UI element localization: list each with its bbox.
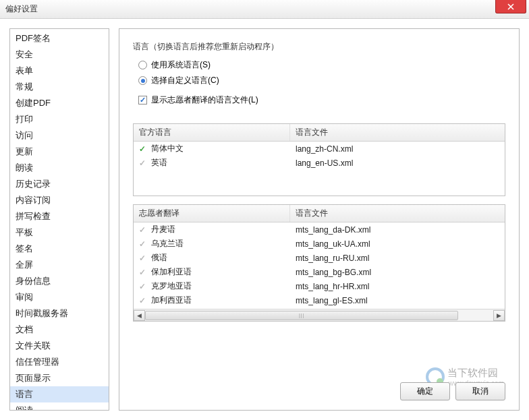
dialog-footer: 确定 取消 [400, 382, 505, 400]
cancel-button[interactable]: 取消 [455, 382, 505, 400]
sidebar-item[interactable]: 更新 [10, 144, 109, 160]
sidebar-item[interactable]: 表单 [10, 63, 109, 79]
language-file: mts_lang_gl-ES.xml [290, 294, 505, 307]
title-bar: 偏好设置 [0, 0, 529, 19]
sidebar-item[interactable]: 语言 [10, 386, 109, 402]
language-name: 保加利亚语 [151, 266, 192, 278]
table-row[interactable]: ✓乌克兰语mts_lang_uk-UA.xml [134, 237, 505, 251]
language-name: 加利西亚语 [151, 295, 192, 306]
checkmark-icon: ✓ [139, 225, 148, 235]
scroll-left-button[interactable]: ◀ [134, 310, 145, 321]
checkmark-icon: ✓ [139, 253, 148, 263]
table-row[interactable]: ✓俄语mts_lang_ru-RU.xml [134, 251, 505, 265]
radio-label: 使用系统语言(S) [151, 59, 211, 71]
official-language-table: 官方语言 语言文件 ✓简体中文lang_zh-CN.xml✓英语lang_en-… [133, 123, 505, 196]
sidebar-item[interactable]: PDF签名 [10, 30, 109, 47]
language-file: mts_lang_hr-HR.xml [290, 280, 505, 293]
sidebar-item[interactable]: 页面显示 [10, 370, 109, 386]
ok-button[interactable]: 确定 [400, 382, 450, 400]
language-name: 乌克兰语 [151, 238, 184, 249]
checkmark-icon: ✓ [139, 158, 148, 168]
language-name: 简体中文 [151, 143, 184, 154]
sidebar-item[interactable]: 文件关联 [10, 338, 109, 354]
sidebar-item[interactable]: 平板 [10, 224, 109, 241]
language-name: 英语 [151, 157, 167, 169]
sidebar-item[interactable]: 信任管理器 [10, 354, 109, 370]
table-row[interactable]: ✓保加利亚语mts_lang_bg-BG.xml [134, 265, 505, 279]
language-name: 俄语 [151, 252, 167, 264]
close-button[interactable] [495, 0, 526, 13]
sidebar-item[interactable]: 内容订阅 [10, 192, 109, 208]
checkmark-icon: ✓ [139, 296, 148, 305]
table-body[interactable]: ✓简体中文lang_zh-CN.xml✓英语lang_en-US.xml [134, 142, 505, 196]
sidebar-item[interactable]: 全屏 [10, 257, 109, 273]
close-icon [507, 3, 514, 10]
checkmark-icon: ✓ [139, 282, 148, 291]
watermark-text: 当下软件园 [447, 367, 504, 380]
checkmark-icon: ✓ [139, 144, 148, 154]
table-row[interactable]: ✓克罗地亚语mts_lang_hr-HR.xml [134, 279, 505, 293]
scroll-right-button[interactable]: ▶ [493, 310, 505, 321]
sidebar-item[interactable]: 文档 [10, 322, 109, 338]
volunteer-language-table: 志愿者翻译 语言文件 ✓丹麦语mts_lang_da-DK.xml✓乌克兰语mt… [133, 204, 505, 322]
table-row[interactable]: ✓加利西亚语mts_lang_gl-ES.xml [134, 293, 505, 307]
column-header-language[interactable]: 志愿者翻译 [134, 205, 290, 222]
radio-label: 选择自定义语言(C) [151, 75, 219, 86]
sidebar-item[interactable]: 创建PDF [10, 95, 109, 111]
checkmark-icon: ✓ [139, 268, 148, 277]
language-file: mts_lang_da-DK.xml [290, 223, 505, 236]
category-sidebar[interactable]: PDF签名安全表单常规创建PDF打印访问更新朗读历史记录内容订阅拼写检查平板签名… [9, 28, 109, 411]
radio-system-language[interactable]: 使用系统语言(S) [133, 59, 505, 71]
language-file: mts_lang_uk-UA.xml [290, 237, 505, 250]
content-area: PDF签名安全表单常规创建PDF打印访问更新朗读历史记录内容订阅拼写检查平板签名… [0, 19, 529, 420]
language-name: 丹麦语 [151, 224, 175, 235]
column-header-language[interactable]: 官方语言 [134, 124, 290, 141]
table-row[interactable]: ✓丹麦语mts_lang_da-DK.xml [134, 222, 505, 237]
radio-icon [138, 61, 147, 69]
table-header: 官方语言 语言文件 [134, 124, 505, 142]
sidebar-item[interactable]: 朗读 [10, 160, 109, 176]
column-header-file[interactable]: 语言文件 [290, 205, 505, 222]
sidebar-item[interactable]: 常规 [10, 79, 109, 95]
radio-custom-language[interactable]: 选择自定义语言(C) [133, 75, 505, 86]
column-header-file[interactable]: 语言文件 [290, 124, 505, 141]
sidebar-item[interactable]: 访问 [10, 127, 109, 144]
sidebar-item[interactable]: 时间戳服务器 [10, 305, 109, 322]
sidebar-item[interactable]: 打印 [10, 111, 109, 127]
sidebar-item[interactable]: 安全 [10, 47, 109, 63]
language-file: mts_lang_bg-BG.xml [290, 266, 505, 278]
checkbox-icon [138, 96, 147, 104]
settings-panel: 语言（切换语言后推荐您重新启动程序） 使用系统语言(S) 选择自定义语言(C) … [119, 28, 520, 411]
scroll-thumb[interactable] [145, 311, 458, 320]
language-name: 克罗地亚语 [151, 280, 192, 292]
sidebar-item[interactable]: 审阅 [10, 289, 109, 305]
checkmark-icon: ✓ [139, 239, 148, 249]
horizontal-scrollbar[interactable]: ◀ ▶ [134, 309, 505, 321]
sidebar-item[interactable]: 历史记录 [10, 176, 109, 192]
window-title: 偏好设置 [5, 3, 38, 15]
checkbox-show-volunteer[interactable]: 显示志愿者翻译的语言文件(L) [133, 94, 505, 106]
sidebar-item[interactable]: 签名 [10, 241, 109, 257]
language-file: mts_lang_ru-RU.xml [290, 251, 505, 264]
language-file: lang_zh-CN.xml [290, 142, 505, 155]
table-body[interactable]: ✓丹麦语mts_lang_da-DK.xml✓乌克兰语mts_lang_uk-U… [134, 222, 505, 309]
checkbox-label: 显示志愿者翻译的语言文件(L) [151, 94, 258, 106]
scroll-track[interactable] [145, 310, 493, 321]
sidebar-item[interactable]: 身份信息 [10, 273, 109, 289]
sidebar-item[interactable]: 阅读 [10, 402, 109, 411]
sidebar-item[interactable]: 拼写检查 [10, 208, 109, 224]
table-row[interactable]: ✓英语lang_en-US.xml [134, 156, 505, 170]
language-group-label: 语言（切换语言后推荐您重新启动程序） [133, 41, 505, 53]
table-row[interactable]: ✓简体中文lang_zh-CN.xml [134, 142, 505, 156]
radio-icon [138, 76, 147, 85]
table-header: 志愿者翻译 语言文件 [134, 205, 505, 222]
language-file: lang_en-US.xml [290, 156, 505, 169]
